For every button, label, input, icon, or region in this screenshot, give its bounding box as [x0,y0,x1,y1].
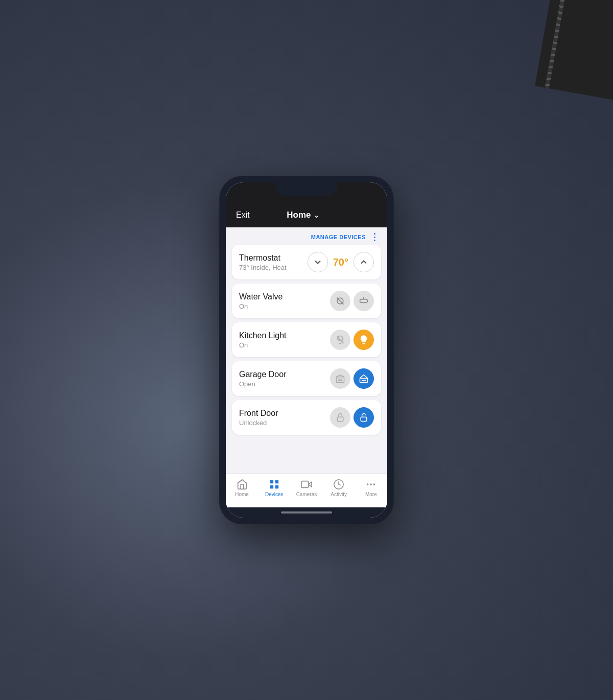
header-title-text: Home [287,210,311,220]
header-chevron-icon[interactable]: ⌄ [314,212,319,219]
kitchen-light-info: Kitchen Light On [239,331,330,349]
front-door-lock-button[interactable] [330,407,350,428]
front-door-info: Front Door Unlocked [239,409,330,427]
thermostat-name: Thermostat [239,253,308,263]
thermostat-temp: 70° [329,256,352,268]
svg-point-22 [373,483,375,485]
content-area: MANAGE DEVICES ⋮ Thermostat 73° Inside, … [226,227,387,473]
water-valve-on-icon [359,296,369,306]
front-door-status: Unlocked [239,419,330,427]
garage-door-controls [330,368,374,389]
exit-button[interactable]: Exit [236,211,250,220]
manage-devices-label[interactable]: MANAGE DEVICES [311,234,366,240]
water-valve-status: On [239,302,330,310]
water-valve-controls [330,291,374,311]
water-valve-name: Water Valve [239,292,330,301]
home-icon [237,479,248,490]
bottom-navigation: Home Devices Cameras [226,473,387,507]
nav-cameras-label: Cameras [296,492,317,497]
svg-rect-18 [301,481,309,488]
svg-point-20 [367,483,369,485]
more-options-icon[interactable]: ⋮ [370,232,379,242]
light-on-icon [359,335,369,345]
light-off-icon [335,335,345,345]
front-door-card: Front Door Unlocked [232,400,381,435]
nav-home-label: Home [235,492,249,497]
lock-icon [335,412,345,423]
thermostat-increase-button[interactable] [353,252,374,272]
svg-marker-17 [309,482,312,486]
garage-door-name: Garage Door [239,370,330,379]
water-valve-off-icon [335,296,345,306]
thermostat-info: Thermostat 73° Inside, Heat [239,253,308,271]
more-icon [365,479,376,490]
chevron-up-icon [359,257,369,267]
manage-bar: MANAGE DEVICES ⋮ [226,227,387,245]
activity-icon [333,479,344,490]
svg-rect-12 [361,417,367,421]
devices-icon [269,479,280,490]
garage-closed-icon [335,374,345,384]
nav-more[interactable]: More [358,479,384,497]
phone-notch [276,182,337,196]
home-bar [281,511,332,514]
phone-wrapper: Exit Home ⌄ MANAGE DEVICES ⋮ [220,176,393,524]
kitchen-light-controls [330,330,374,350]
devices-list: Thermostat 73° Inside, Heat 70° [226,245,387,435]
water-valve-card: Water Valve On [232,284,381,318]
nav-activity-label: Activity [331,492,347,497]
svg-rect-2 [360,299,368,303]
garage-door-closed-button[interactable] [330,368,350,389]
front-door-unlock-button[interactable] [353,407,374,428]
thermostat-decrease-button[interactable] [308,252,328,272]
water-valve-on-button[interactable] [353,291,374,311]
garage-door-open-button[interactable] [353,368,374,389]
front-door-name: Front Door [239,409,330,418]
header-title-group: Home ⌄ [287,210,319,220]
phone-screen: Exit Home ⌄ MANAGE DEVICES ⋮ [226,182,387,518]
kitchen-light-card: Kitchen Light On [232,322,381,357]
kitchen-light-name: Kitchen Light [239,331,330,340]
thermostat-card: Thermostat 73° Inside, Heat 70° [232,245,381,279]
garage-door-card: Garage Door Open [232,361,381,396]
cameras-icon [301,479,312,490]
nav-devices-label: Devices [265,492,284,497]
svg-rect-14 [275,480,278,483]
svg-point-21 [370,483,372,485]
nav-devices[interactable]: Devices [262,479,287,497]
garage-door-info: Garage Door Open [239,370,330,388]
svg-rect-6 [337,377,344,383]
nav-more-label: More [365,492,377,497]
water-valve-off-button[interactable] [330,291,350,311]
svg-rect-11 [337,417,343,421]
home-indicator [226,507,387,518]
app-header: Exit Home ⌄ [226,205,387,227]
content-spacer [226,435,387,473]
front-door-controls [330,407,374,428]
kitchen-light-on-button[interactable] [353,330,374,350]
svg-rect-13 [270,480,273,483]
kitchen-light-off-button[interactable] [330,330,350,350]
nav-activity[interactable]: Activity [326,479,351,497]
water-valve-info: Water Valve On [239,292,330,310]
garage-door-status: Open [239,380,330,388]
nav-cameras[interactable]: Cameras [294,479,319,497]
nav-home[interactable]: Home [229,479,255,497]
garage-open-icon [359,374,369,384]
kitchen-light-status: On [239,341,330,349]
unlock-icon [359,412,369,423]
thermostat-controls: 70° [308,252,374,272]
chevron-down-icon [313,257,323,267]
svg-rect-15 [270,485,273,488]
phone-device: Exit Home ⌄ MANAGE DEVICES ⋮ [220,176,393,524]
thermostat-status: 73° Inside, Heat [239,264,308,271]
svg-rect-16 [275,485,278,488]
